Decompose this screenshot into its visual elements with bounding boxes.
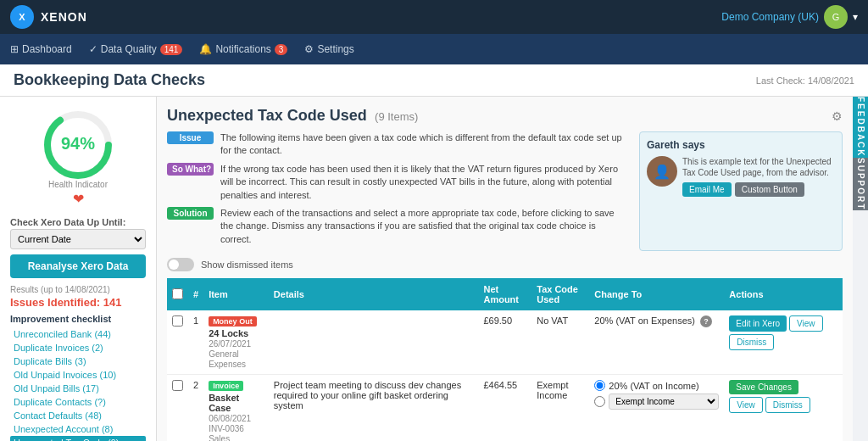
row2-save-button[interactable]: Save Changes — [729, 380, 798, 394]
data-quality-badge: 141 — [160, 44, 183, 55]
last-check: Last Check: 14/08/2021 — [756, 75, 854, 86]
row1-checkbox-cell — [167, 310, 188, 375]
row2-name: Basket Case — [209, 393, 239, 413]
feedback-tab[interactable]: FEEDBACK — [853, 97, 868, 158]
notifications-badge: 3 — [275, 44, 288, 55]
row1-tax-code: No VAT — [531, 310, 589, 375]
row1-checkbox[interactable] — [172, 315, 183, 327]
check-xero-label: Check Xero Data Up Until: — [10, 217, 146, 227]
checklist-item-old-unpaid-invoices[interactable]: Old Unpaid Invoices (10) — [10, 368, 146, 382]
checklist-item-unexpected-account[interactable]: Unexpected Account (8) — [10, 422, 146, 436]
issue-tag: Issue — [167, 131, 214, 144]
row2-checkbox[interactable] — [172, 380, 183, 391]
solution-desc: Solution Review each of the transactions… — [167, 207, 629, 246]
issue-desc: Issue The following items have been give… — [167, 131, 629, 158]
col-tax-code-used: Tax Code Used — [531, 278, 589, 310]
avatar[interactable]: G — [824, 5, 848, 29]
col-net-amount: Net Amount — [478, 278, 531, 310]
health-circle: 94% Health Indicator ❤ — [10, 107, 146, 207]
row1-dismiss-button[interactable]: Dismiss — [729, 334, 774, 350]
gareth-avatar: 👤 — [647, 156, 677, 187]
checklist-item-duplicate-bills[interactable]: Duplicate Bills (3) — [10, 354, 146, 368]
checklist-item-duplicate-contacts[interactable]: Duplicate Contacts (?) — [10, 395, 146, 409]
row2-view-dismiss: View Dismiss — [729, 397, 837, 413]
gareth-buttons: Email Me Custom Button — [682, 182, 835, 197]
sidebar: 94% Health Indicator ❤ Check Xero Data U… — [0, 97, 157, 441]
row1-view-button[interactable]: View — [789, 315, 823, 332]
row2-view-button[interactable]: View — [729, 397, 763, 413]
row2-radio-group: 20% (VAT on Income) Exempt Income — [594, 380, 719, 410]
row2-actions: Save Changes View Dismiss — [724, 375, 843, 441]
table-header: # Item Details Net Amount Tax Code Used … — [167, 278, 843, 310]
email-me-button[interactable]: Email Me — [682, 182, 732, 197]
page-header: Bookkeeping Data Checks Last Check: 14/0… — [0, 64, 868, 97]
sowhat-text: If the wrong tax code has been used then… — [220, 163, 629, 202]
row2-date: 06/08/2021 — [209, 414, 251, 423]
logo-text: XENON — [41, 10, 87, 24]
row2-num: 2 — [188, 375, 203, 441]
dropdown-arrow-icon[interactable]: ▾ — [853, 11, 858, 23]
row2-radio-select[interactable] — [594, 396, 605, 407]
dismissed-toggle[interactable] — [167, 258, 194, 271]
main-content: Unexpected Tax Code Used (9 Items) ⚙ Iss… — [157, 97, 853, 441]
gareth-text: This is example text for the Unexpected … — [682, 156, 835, 178]
gareth-title: Gareth says — [647, 139, 835, 151]
row2-tax-select[interactable]: Exempt Income — [609, 394, 719, 410]
checklist-item-duplicate-invoices[interactable]: Duplicate Invoices (2) — [10, 341, 146, 354]
logo-icon: X — [10, 5, 34, 29]
table-row: 1 Money Out 24 Locks 26/07/2021 General … — [167, 310, 843, 375]
section-title-area: Unexpected Tax Code Used (9 Items) — [167, 107, 418, 125]
section-header: Unexpected Tax Code Used (9 Items) ⚙ — [167, 107, 843, 125]
nav-data-quality[interactable]: ✓ Data Quality 141 — [89, 43, 183, 55]
issues-label: Issues Identified: — [10, 296, 100, 309]
date-select[interactable]: Current Date Custom Date — [10, 229, 146, 249]
heart-icon: ❤ — [73, 191, 84, 207]
col-checkbox — [167, 278, 188, 310]
row1-action-btns: Edit in Xero View Dismiss — [729, 315, 837, 350]
row1-name: 24 Locks — [209, 328, 248, 338]
gareth-content: 👤 This is example text for the Unexpecte… — [647, 156, 835, 197]
select-all-checkbox[interactable] — [172, 288, 183, 299]
row1-num: 1 — [188, 310, 203, 375]
row1-amount: £69.50 — [478, 310, 531, 375]
row2-radio-option1: 20% (VAT on Income) — [594, 380, 719, 391]
row2-checkbox-cell — [167, 375, 188, 441]
secondary-navigation: ⊞ Dashboard ✓ Data Quality 141 🔔 Notific… — [0, 34, 868, 64]
nav-settings[interactable]: ⚙ Settings — [304, 43, 353, 55]
row2-dismiss-button[interactable]: Dismiss — [765, 397, 810, 413]
reanalyse-button[interactable]: Reanalyse Xero Data — [10, 254, 146, 278]
table-body: 1 Money Out 24 Locks 26/07/2021 General … — [167, 310, 843, 441]
top-nav-right: Demo Company (UK) G ▾ — [721, 5, 858, 29]
issue-text: The following items have been given a ta… — [220, 131, 629, 158]
solution-text: Review each of the transactions and sele… — [220, 207, 629, 246]
improvement-checklist-title: Improvement checklist — [10, 314, 146, 324]
table-row: 2 Invoice Basket Case 06/08/2021 INV-003… — [167, 375, 843, 441]
help-icon[interactable]: ? — [700, 315, 712, 327]
checklist-item-contact-defaults[interactable]: Contact Defaults (48) — [10, 409, 146, 422]
nav-notifications[interactable]: 🔔 Notifications 3 — [199, 43, 287, 55]
col-actions: Actions — [724, 278, 843, 310]
custom-button[interactable]: Custom Button — [735, 182, 804, 197]
support-tab[interactable]: SUPPORT — [853, 158, 868, 210]
descriptions-area: Issue The following items have been give… — [167, 131, 629, 251]
row2-radio-option2: Exempt Income — [594, 394, 719, 410]
side-tabs: FEEDBACK SUPPORT — [853, 97, 868, 441]
row1-category: General Expenses — [209, 349, 246, 369]
health-gauge: 94% — [40, 107, 116, 183]
row2-change-to: 20% (VAT on Income) Exempt Income — [589, 375, 724, 441]
checklist-item-unreconciled[interactable]: Unreconciled Bank (44) — [10, 327, 146, 341]
row2-radio-20pct[interactable] — [594, 380, 605, 391]
row1-edit-xero-button[interactable]: Edit in Xero — [729, 315, 787, 332]
checklist-item-unexpected-tax[interactable]: Unexpected Tax Code (9) — [10, 436, 146, 441]
row2-option1-label: 20% (VAT on Income) — [609, 381, 698, 391]
row1-tag: Money Out — [209, 316, 257, 327]
page-title: Bookkeeping Data Checks — [14, 71, 205, 89]
data-table: # Item Details Net Amount Tax Code Used … — [167, 278, 843, 441]
settings-gear-button[interactable]: ⚙ — [832, 109, 843, 123]
checklist-item-old-unpaid-bills[interactable]: Old Unpaid Bills (17) — [10, 382, 146, 395]
solution-tag: Solution — [167, 207, 214, 220]
description-gareth-area: Issue The following items have been give… — [167, 131, 843, 251]
gareth-box: Gareth says 👤 This is example text for t… — [639, 131, 843, 251]
nav-dashboard[interactable]: ⊞ Dashboard — [10, 43, 72, 55]
row1-actions: Edit in Xero View Dismiss — [724, 310, 843, 375]
